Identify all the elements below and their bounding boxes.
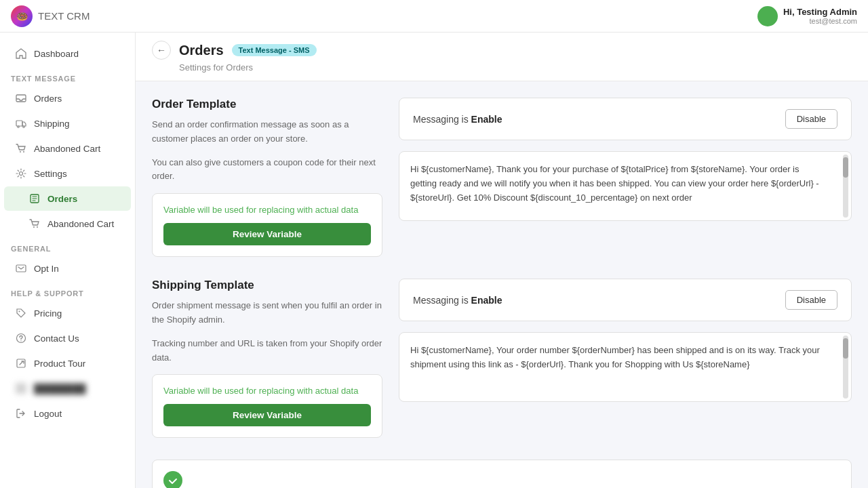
- shipping-template-left: Shipping Template Order shipment message…: [152, 279, 382, 438]
- order-scrollbar-thumb: [843, 157, 848, 178]
- shipping-template-desc1: Order shipment message is sent when you …: [152, 299, 382, 327]
- svg-point-13: [20, 340, 21, 341]
- order-variable-box: Variable will be used for replacing with…: [152, 193, 382, 257]
- inbox-icon: [15, 92, 27, 104]
- sidebar-item-label: Dashboard: [34, 49, 79, 59]
- home-icon: [15, 47, 27, 60]
- logout-icon: [15, 407, 27, 420]
- sidebar-item-label: ████████: [34, 384, 86, 394]
- order-template-right: Messaging is Enable Disable Hi ${custome…: [399, 98, 852, 221]
- order-template-desc1: Send an order confirmation message as so…: [152, 118, 382, 146]
- svg-point-11: [19, 311, 20, 312]
- order-disable-button[interactable]: Disable: [785, 109, 837, 129]
- svg-rect-18: [22, 389, 26, 393]
- svg-point-4: [20, 151, 21, 152]
- app-name-text: TEXT: [38, 10, 64, 22]
- shipping-scrollbar: [843, 336, 848, 399]
- sidebar-section-help: HELP & SUPPORT: [0, 281, 135, 300]
- user-info: Hi, Testing Admin test@test.com: [783, 7, 857, 25]
- order-message-card: Hi ${customerName}, Thank you for your p…: [399, 151, 852, 221]
- sidebar-item-pricing[interactable]: Pricing: [4, 301, 131, 325]
- sidebar-item-settings[interactable]: Settings: [4, 161, 131, 186]
- sidebar-item-label: Product Tour: [34, 359, 85, 369]
- user-avatar: [757, 6, 778, 26]
- sidebar-item-label: Contact Us: [34, 333, 79, 344]
- svg-rect-16: [22, 384, 26, 388]
- user-email: test@test.com: [783, 17, 857, 25]
- sidebar-item-opt-in[interactable]: Opt In: [4, 256, 131, 281]
- sidebar-item-blur[interactable]: ████████: [4, 376, 131, 401]
- order-template-desc2: You can also give customers a coupon cod…: [152, 156, 382, 184]
- cart-icon: [15, 142, 27, 155]
- shipping-message-textarea[interactable]: Hi ${customerName}, Your order number ${…: [402, 336, 848, 396]
- sidebar-item-label: Abandoned Cart: [34, 144, 100, 154]
- svg-point-9: [37, 226, 38, 228]
- shipping-template-desc2: Tracking number and URL is taken from yo…: [152, 337, 382, 365]
- back-button[interactable]: ←: [152, 41, 171, 60]
- page-badge: Text Message - SMS: [232, 44, 317, 56]
- user-area: Hi, Testing Admin test@test.com: [757, 6, 857, 26]
- order-scrollbar: [843, 155, 848, 218]
- sidebar-item-orders[interactable]: Orders: [4, 86, 131, 110]
- shipping-messaging-label: Messaging is Enable: [413, 295, 502, 306]
- tag-icon: [15, 307, 27, 319]
- svg-rect-15: [16, 384, 20, 388]
- shipping-variable-box: Variable will be used for replacing with…: [152, 374, 382, 438]
- page-subtitle: Settings for Orders: [152, 62, 852, 73]
- order-message-textarea[interactable]: Hi ${customerName}, Thank you for your p…: [402, 155, 848, 216]
- sidebar-item-label: Opt In: [34, 264, 59, 274]
- order-template-title: Order Template: [152, 98, 382, 111]
- shipping-disable-button[interactable]: Disable: [785, 290, 837, 310]
- shipping-messaging-status: Enable: [471, 295, 502, 306]
- sidebar-item-settings-orders[interactable]: Orders: [4, 186, 131, 211]
- svg-point-2: [18, 126, 20, 128]
- app-logo-area: 🍩 TEXT CRM: [11, 5, 90, 27]
- shipping-template-section: Shipping Template Order shipment message…: [152, 279, 852, 438]
- sidebar-item-label: Pricing: [34, 308, 62, 319]
- order-variable-text: Variable will be used for replacing with…: [163, 205, 371, 215]
- sidebar-item-settings-abandoned-cart[interactable]: Abandoned Cart: [4, 211, 131, 236]
- svg-point-3: [23, 126, 25, 128]
- svg-point-6: [20, 172, 23, 176]
- order-messaging-label: Messaging is Enable: [413, 114, 502, 125]
- sidebar-item-label: Orders: [47, 194, 77, 204]
- main-content: ← Orders Text Message - SMS Settings for…: [136, 33, 868, 488]
- truck-icon: [15, 117, 27, 129]
- content-area: Order Template Send an order confirmatio…: [136, 81, 868, 488]
- sidebar-item-label: Orders: [34, 94, 62, 104]
- order-template-left: Order Template Send an order confirmatio…: [152, 98, 382, 257]
- sidebar: Dashboard TEXT MESSAGE Orders Shipping A…: [0, 33, 136, 488]
- shipping-review-variable-button[interactable]: Review Variable: [163, 404, 371, 426]
- sidebar-item-label: Abandoned Cart: [47, 219, 114, 229]
- shipping-status-card: Messaging is Enable Disable: [399, 279, 852, 321]
- sidebar-item-abandoned-cart[interactable]: Abandoned Cart: [4, 136, 131, 161]
- cart-sub-icon: [28, 218, 41, 230]
- app-name-suffix: CRM: [64, 10, 90, 22]
- sidebar-item-label: Shipping: [34, 119, 70, 129]
- sidebar-item-contact-us[interactable]: Contact Us: [4, 326, 131, 350]
- shipping-scrollbar-thumb: [843, 338, 848, 359]
- order-messaging-status: Enable: [471, 114, 502, 125]
- order-review-variable-button[interactable]: Review Variable: [163, 223, 371, 245]
- svg-point-5: [23, 151, 24, 152]
- shipping-template-right: Messaging is Enable Disable Hi ${custome…: [399, 279, 852, 402]
- sidebar-item-product-tour[interactable]: Product Tour: [4, 351, 131, 375]
- sidebar-item-dashboard[interactable]: Dashboard: [4, 41, 131, 66]
- sidebar-item-logout[interactable]: Logout: [4, 401, 131, 426]
- user-name: Hi, Testing Admin: [783, 7, 857, 17]
- bottom-icon: [163, 471, 182, 488]
- app-name: TEXT CRM: [38, 10, 90, 22]
- svg-rect-10: [16, 265, 26, 272]
- grid-icon: [15, 382, 27, 394]
- order-status-card: Messaging is Enable Disable: [399, 98, 852, 140]
- page-title: Orders: [179, 43, 224, 58]
- logo-icon: 🍩: [11, 5, 33, 27]
- shipping-variable-text: Variable will be used for replacing with…: [163, 386, 371, 396]
- sidebar-item-label: Settings: [34, 169, 67, 179]
- sidebar-item-label: Logout: [34, 409, 62, 419]
- shipping-message-card: Hi ${customerName}, Your order number ${…: [399, 332, 852, 402]
- svg-point-8: [33, 226, 35, 228]
- page-header: ← Orders Text Message - SMS Settings for…: [136, 33, 868, 81]
- sidebar-item-shipping[interactable]: Shipping: [4, 111, 131, 136]
- help-icon: [15, 332, 27, 344]
